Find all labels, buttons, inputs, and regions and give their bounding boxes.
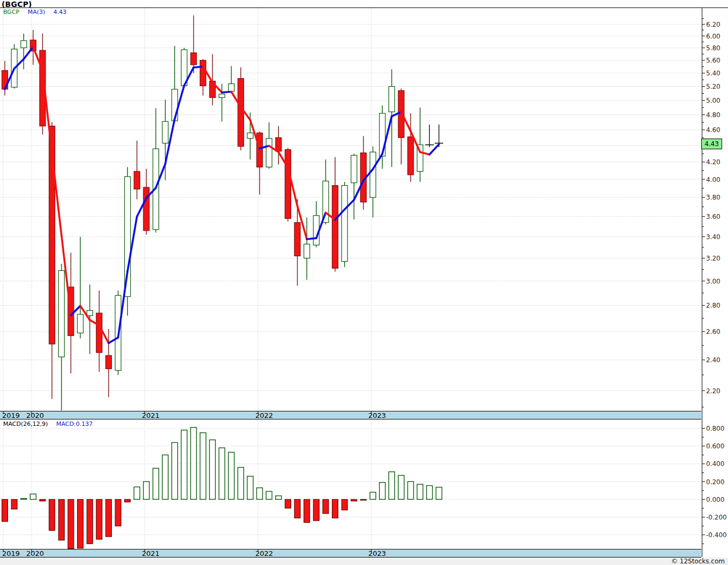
macd-bar [285,499,291,508]
macd-bar [143,482,149,499]
candle-body [389,87,395,112]
svg-text:0.600: 0.600 [706,442,724,450]
macd-bar [134,487,140,499]
candle-body [304,244,310,258]
candle-body [294,223,300,256]
price-legend: BGCP MA(3) 4.43 [3,9,73,16]
svg-text:3.00: 3.00 [706,278,721,285]
candle-body [351,155,357,182]
svg-text:3.40: 3.40 [706,233,721,241]
svg-text:5.20: 5.20 [706,83,721,90]
candle-body [370,152,376,197]
svg-text:-0.400: -0.400 [706,531,727,539]
macd-bar [162,455,168,499]
candle-body [247,133,253,138]
macd-bar [238,468,244,500]
macd-axis: 0.8000.6000.4000.2000.000-0.200-0.400 [702,425,727,544]
macd-bar [40,499,46,501]
macd-bar [436,487,442,500]
macd-bar [172,442,178,499]
macd-bar [219,448,225,499]
svg-text:2.20: 2.20 [706,387,721,395]
macd-bar [200,433,206,500]
svg-text:4.20: 4.20 [706,158,721,166]
macd-value-label: MACD:0.137 [56,421,93,427]
legend-symbol: BGCP [3,9,19,16]
macd-bar [96,499,102,539]
svg-text:4.00: 4.00 [706,176,721,184]
svg-text:0.400: 0.400 [706,460,724,468]
macd-bar [2,499,8,522]
macd-bar [21,499,27,500]
macd-bar [351,499,357,501]
macd-bar [276,496,282,500]
legend-ma-value: 4.43 [54,9,67,16]
macd-bar [427,486,433,500]
macd-bar [58,499,64,540]
candle-body [78,315,84,333]
macd-bar [294,499,300,518]
macd-bar [323,499,329,514]
svg-text:0.800: 0.800 [706,425,724,432]
svg-text:0.000: 0.000 [706,496,724,503]
macd-bar [30,494,36,499]
svg-text:3.20: 3.20 [706,255,721,262]
candle-body [143,187,149,231]
last-price-badge: 4.43 [701,139,722,149]
macd-bar [398,476,404,500]
macd-bar [417,484,423,499]
macd-bar [408,482,414,499]
candle-body [96,313,102,353]
macd-bar [313,499,319,521]
candle-body [87,310,93,316]
svg-text:5.60: 5.60 [706,57,721,64]
chart-canvas: 6.206.005.805.605.405.205.004.804.604.40… [0,0,728,565]
candle-body [105,355,111,369]
svg-text:5.40: 5.40 [706,70,721,77]
chart-frame [0,7,728,557]
macd-bar [181,430,187,500]
macd-bar [115,499,121,526]
candle-body [58,271,64,357]
svg-text:4.80: 4.80 [706,111,721,119]
page-title: (BGCP) [2,0,32,9]
candle-body [219,94,225,98]
macd-bar [247,476,253,499]
macd-bar [78,499,84,548]
candle-body [134,171,140,189]
macd-legend: MACD(26,12,9) MACD:0.137 [3,421,99,427]
macd-bar [266,491,272,499]
candle-body [238,79,244,147]
candle-body [408,137,414,175]
macd-bar [191,427,196,500]
svg-text:5.00: 5.00 [706,97,721,104]
macd-gridlines [0,429,702,535]
candle-body [125,177,131,296]
svg-text:-0.200: -0.200 [706,514,727,521]
candle-body [342,186,347,262]
candle-body [191,53,196,65]
macd-bar [304,499,310,522]
candle-body [257,133,263,167]
candle-body [266,139,272,167]
svg-text:5.80: 5.80 [706,44,721,52]
macd-histogram [2,427,442,549]
legend-ma-label: MA(3) [28,9,46,16]
macd-bar [68,499,74,548]
macd-bar [389,472,395,500]
svg-text:4.60: 4.60 [706,126,721,134]
svg-text:3.80: 3.80 [706,194,721,201]
macd-params-label: MACD(26,12,9) [3,421,48,427]
macd-bar [380,483,385,500]
svg-text:6.20: 6.20 [706,21,721,28]
macd-bar [105,499,111,537]
macd-bar [209,440,215,499]
svg-text:2.40: 2.40 [706,356,721,364]
svg-text:6.00: 6.00 [706,33,721,40]
macd-bar [49,499,55,530]
macd-bar [229,452,234,499]
svg-text:2.60: 2.60 [706,328,721,335]
candlesticks [2,16,444,411]
macd-bar [87,499,93,544]
macd-bar [125,499,131,502]
